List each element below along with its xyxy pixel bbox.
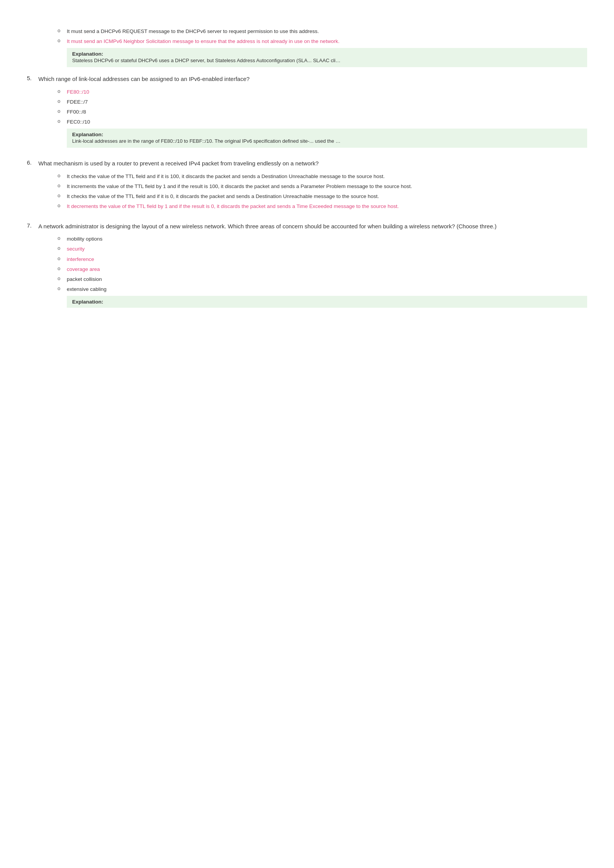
q5-option-3: o FF00::/8 (58, 108, 587, 116)
q7-option-6: o extensive cabling (58, 285, 587, 293)
q6-option-4: o It decrements the value of the TTL fie… (58, 203, 587, 210)
bullet-icon: o (58, 266, 63, 271)
question-6-text: What mechanism is used by a router to pr… (38, 159, 319, 168)
q6-option-2-text: It increments the value of the TTL field… (67, 183, 412, 190)
q7-option-4: o coverage area (58, 266, 587, 273)
bullet-icon: o (58, 183, 63, 188)
q7-option-6-text: extensive cabling (67, 285, 107, 293)
question-5: 5. Which range of link-local addresses c… (27, 75, 587, 148)
question-7-text: A network administrator is designing the… (38, 222, 497, 231)
bullet-icon: o (58, 276, 63, 281)
q5-explanation-text: Link-local addresses are in the range of… (72, 137, 341, 145)
bullet-icon: o (58, 173, 63, 178)
q7-option-2-text: security (67, 245, 85, 253)
bullet-icon: o (58, 108, 63, 114)
question-6-header: 6. What mechanism is used by a router to… (27, 159, 587, 168)
question-5-header: 5. Which range of link-local addresses c… (27, 75, 587, 84)
q5-option-1-text: FE80::/10 (67, 88, 89, 96)
q7-explanation-box: Explanation: (67, 296, 587, 308)
bullet-icon: o (58, 245, 63, 251)
q5-option-3-text: FF00::/8 (67, 108, 86, 116)
question-6-options: o It checks the value of the TTL field a… (58, 173, 587, 211)
q5-option-2: o FDEE::/7 (58, 98, 587, 106)
bullet-icon: o (58, 235, 63, 241)
bullet-icon: o (58, 118, 63, 124)
q5-option-2-text: FDEE::/7 (67, 98, 88, 106)
page-container: o It must send a DHCPv6 REQUEST message … (12, 15, 602, 327)
q5-option-1: o FE80::/10 (58, 88, 587, 96)
question-7-number: 7. (27, 222, 38, 229)
q7-option-2: o security (58, 245, 587, 253)
q7-option-3: o interference (58, 256, 587, 263)
q5-explanation-label: Explanation: (72, 132, 582, 137)
bullet-icon: o (58, 98, 63, 104)
question-5-text: Which range of link-local addresses can … (38, 75, 249, 84)
prior-block: o It must send a DHCPv6 REQUEST message … (27, 28, 587, 67)
q7-option-1: o mobility options (58, 235, 587, 243)
q6-option-1: o It checks the value of the TTL field a… (58, 173, 587, 180)
bullet-icon: o (58, 88, 63, 94)
prior-options-list: o It must send a DHCPv6 REQUEST message … (58, 28, 587, 67)
bullet-icon: o (58, 38, 63, 43)
prior-option-1-text: It must send a DHCPv6 REQUEST message to… (67, 28, 319, 35)
question-7: 7. A network administrator is designing … (27, 222, 587, 308)
bullet-icon: o (58, 285, 63, 291)
prior-option-2: o It must send an ICMPv6 Neighbor Solici… (58, 38, 587, 45)
q7-option-3-text: interference (67, 256, 94, 263)
bullet-icon: o (58, 28, 63, 33)
bullet-icon: o (58, 203, 63, 208)
question-5-number: 5. (27, 75, 38, 81)
q5-option-4-text: FEC0::/10 (67, 118, 90, 126)
q7-option-1-text: mobility options (67, 235, 102, 243)
q6-option-3-text: It checks the value of the TTL field and… (67, 193, 379, 200)
q7-option-4-text: coverage area (67, 266, 100, 273)
q6-option-4-text: It decrements the value of the TTL field… (67, 203, 399, 210)
q7-explanation-label: Explanation: (72, 299, 582, 305)
prior-option-1: o It must send a DHCPv6 REQUEST message … (58, 28, 587, 35)
prior-explanation-text: Stateless DHCPv6 or stateful DHCPv6 uses… (72, 57, 341, 64)
q7-option-5: o packet collision (58, 276, 587, 283)
q6-option-2: o It increments the value of the TTL fie… (58, 183, 587, 190)
prior-explanation-box: Explanation: Stateless DHCPv6 or statefu… (67, 48, 587, 68)
question-7-header: 7. A network administrator is designing … (27, 222, 587, 231)
question-5-options: o FE80::/10 o FDEE::/7 o FF00::/8 o FEC0… (58, 88, 587, 148)
prior-option-2-text: It must send an ICMPv6 Neighbor Solicita… (67, 38, 340, 45)
q5-explanation-box: Explanation: Link-local addresses are in… (67, 129, 587, 148)
q7-option-5-text: packet collision (67, 276, 102, 283)
question-7-options: o mobility options o security o interfer… (58, 235, 587, 308)
question-6-number: 6. (27, 159, 38, 166)
prior-explanation-label: Explanation: (72, 51, 582, 57)
question-6: 6. What mechanism is used by a router to… (27, 159, 587, 211)
q6-option-1-text: It checks the value of the TTL field and… (67, 173, 385, 180)
q5-option-4: o FEC0::/10 (58, 118, 587, 126)
bullet-icon: o (58, 193, 63, 198)
bullet-icon: o (58, 256, 63, 261)
q6-option-3: o It checks the value of the TTL field a… (58, 193, 587, 200)
